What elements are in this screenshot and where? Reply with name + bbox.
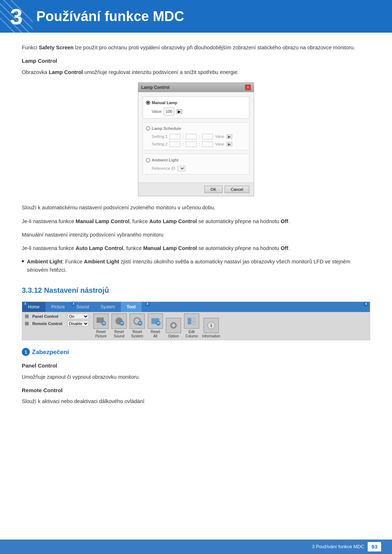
reset-picture-label: ResetPicture [95, 330, 106, 338]
toolbar-tabs: 1 Home Picture 2 Sound System Tool 3 4 [22, 302, 370, 312]
reset-all-button[interactable] [148, 313, 163, 329]
remote-control-sub-heading: Remote Control [22, 386, 370, 395]
lamp-schedule-label: Lamp Schedule [146, 126, 246, 132]
value-step-btn[interactable]: ▶ [176, 109, 182, 114]
reset-all-label: ResetAll [151, 330, 160, 338]
setting2-label: Setting 2 [152, 141, 167, 147]
remote-control-label: Remote Control [32, 321, 65, 327]
setting1-step-btn[interactable]: ▶ [226, 134, 232, 139]
remote-indicator [25, 322, 29, 325]
reset-picture-btn-group: ResetPicture [93, 313, 109, 338]
tab-tool[interactable]: Tool [121, 302, 141, 312]
remote-control-select[interactable]: Disable Enable [67, 321, 89, 327]
footer-chapter-text: 3 Používání funkce MDC [312, 543, 364, 550]
panel-control-sub-text: Umožňuje zapnout či vypnout obrazovku mo… [22, 373, 370, 381]
setting2-step-btn[interactable]: ▶ [226, 142, 232, 147]
dialog-title: Lamp Control [141, 84, 170, 91]
panel-control-sub-heading: Panel Control [22, 362, 370, 370]
tab-number3: 3 [145, 302, 150, 307]
information-label: Information [202, 334, 220, 338]
chapter-number: 3 [0, 0, 33, 33]
remote-control-row: Remote Control Disable Enable [25, 321, 89, 327]
svg-point-12 [156, 321, 160, 325]
reset-sound-button[interactable] [111, 313, 127, 329]
setting1-sec[interactable] [202, 134, 213, 139]
dialog-footer: OK Cancel [138, 182, 254, 196]
tab-system[interactable]: System [95, 302, 121, 312]
tab-picture[interactable]: Picture [45, 302, 70, 312]
reset-all-btn-group: ResetAll [148, 313, 163, 338]
lamp-schedule-section: Lamp Schedule Setting 1 : : Value ▶ Sett… [143, 122, 249, 151]
panel-control-label: Panel Control [32, 313, 65, 320]
lamp-control-dialog-wrapper: Lamp Control × Manual Lamp Value 100 ▶ [22, 82, 370, 197]
chapter-header: 3 Používání funkce MDC [0, 0, 392, 33]
lamp-control-heading: Lamp Control [22, 57, 370, 65]
lamp-text-3: Manuální nastavení intenzity podsvícení … [22, 231, 370, 239]
setting2-row: Setting 2 : : Value ▶ [152, 141, 246, 147]
manual-lamp-label: Manual Lamp [146, 100, 246, 106]
svg-rect-17 [192, 321, 196, 323]
tab-sound[interactable]: 2 Sound [70, 302, 95, 312]
panel-control-select[interactable]: On Off [67, 313, 89, 319]
tab-home[interactable]: 1 Home [22, 302, 45, 312]
manual-lamp-section: Manual Lamp Value 100 ▶ [143, 97, 249, 119]
value-row: Value 100 ▶ [152, 108, 246, 115]
reset-system-button[interactable] [130, 313, 145, 329]
icon-buttons: ResetPicture ResetSound [93, 313, 220, 338]
ambient-light-radio[interactable] [146, 158, 150, 163]
setting1-label: Setting 1 [152, 134, 167, 140]
security-title: Zabezpečení [32, 348, 69, 357]
reset-picture-button[interactable] [93, 313, 109, 329]
toolbar-controls: Panel Control On Off Remote Control Disa… [22, 312, 370, 340]
lamp-control-desc: Obrazovka Lamp Control umožňuje regulova… [22, 68, 370, 77]
setting1-min[interactable] [186, 134, 197, 139]
dialog-body: Manual Lamp Value 100 ▶ Lamp Schedule [138, 92, 254, 183]
reset-sound-btn-group: ResetSound [111, 313, 127, 338]
section-3312-title: 3.3.12 Nastavení nástrojů [22, 285, 370, 296]
svg-point-14 [172, 324, 175, 327]
dialog-close-button[interactable]: × [245, 85, 251, 90]
setting1-hour[interactable] [170, 134, 180, 139]
value-field: 100 [164, 108, 174, 115]
svg-point-8 [120, 321, 124, 325]
ambient-light-section: Ambient Light Reference ID [143, 154, 249, 175]
bullet-text: Ambient Light: Funkce Ambient Light zjis… [27, 258, 370, 274]
intro-text: Funkci Safety Screen lze použít pro ochr… [22, 44, 370, 52]
lamp-text-2: Je-li nastavena funkce Manual Lamp Contr… [22, 217, 370, 226]
reference-id-label: Reference ID [152, 165, 175, 172]
reset-system-label: ResetSystem [131, 330, 143, 338]
option-btn-group: Option [166, 318, 181, 338]
panel-control-row: Panel Control On Off [25, 313, 89, 320]
edit-column-button[interactable] [184, 313, 199, 329]
value-label: Value [152, 108, 162, 115]
chapter-title: Používání funkce MDC [36, 6, 184, 27]
cancel-button[interactable]: Cancel [225, 186, 249, 193]
information-button[interactable]: i [204, 318, 219, 333]
dialog-titlebar: Lamp Control × [138, 83, 254, 92]
bullet-dot [22, 260, 24, 262]
left-panel: Panel Control On Off Remote Control Disa… [25, 313, 89, 327]
page-number: 93 [368, 542, 381, 552]
ambient-light-label: Ambient Light [146, 157, 246, 163]
reference-id-select[interactable] [177, 166, 185, 171]
svg-text:i: i [211, 323, 212, 328]
setting1-row: Setting 1 : : Value ▶ [152, 134, 246, 140]
reference-id-row: Reference ID [152, 165, 246, 172]
ambient-light-bullet: Ambient Light: Funkce Ambient Light zjis… [22, 258, 370, 274]
reset-system-btn-group: ResetSystem [130, 313, 145, 338]
remote-control-sub-text: Slouží k aktivaci nebo deaktivaci dálkov… [22, 397, 370, 406]
setting2-sec[interactable] [202, 141, 213, 147]
tab-number4: 4 [364, 302, 368, 307]
manual-lamp-radio[interactable] [146, 100, 150, 105]
option-label: Option [168, 334, 179, 338]
svg-rect-16 [192, 318, 196, 320]
setting2-min[interactable] [186, 141, 197, 147]
svg-rect-18 [192, 324, 196, 325]
ok-button[interactable]: OK [204, 186, 222, 193]
security-heading: 1 Zabezpečení [22, 348, 370, 357]
setting2-hour[interactable] [170, 141, 180, 147]
svg-point-6 [102, 321, 106, 325]
option-button[interactable] [166, 318, 181, 333]
lamp-schedule-radio[interactable] [146, 126, 150, 131]
svg-point-10 [138, 321, 142, 325]
